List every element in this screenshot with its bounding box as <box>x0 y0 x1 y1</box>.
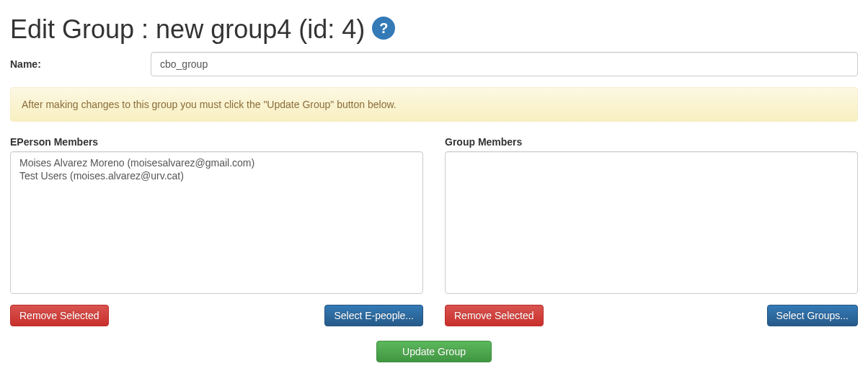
help-icon[interactable]: ? <box>372 17 395 40</box>
eperson-select[interactable]: Moises Alvarez Moreno (moisesalvarez@gma… <box>10 151 423 294</box>
select-groups-button[interactable]: Select Groups... <box>767 305 858 326</box>
eperson-column: EPerson Members Moises Alvarez Moreno (m… <box>10 136 423 326</box>
select-epeople-button[interactable]: Select E-people... <box>324 305 423 326</box>
members-columns: EPerson Members Moises Alvarez Moreno (m… <box>10 136 858 326</box>
group-select[interactable] <box>445 151 858 294</box>
eperson-label: EPerson Members <box>10 136 423 148</box>
list-item[interactable]: Moises Alvarez Moreno (moisesalvarez@gma… <box>19 156 414 169</box>
list-item[interactable]: Test Users (moises.alvarez@urv.cat) <box>19 169 414 182</box>
group-column: Group Members Remove Selected Select Gro… <box>445 136 858 326</box>
group-label: Group Members <box>445 136 858 148</box>
name-row: Name: <box>10 52 858 76</box>
name-label: Name: <box>10 58 151 70</box>
alert-warning: After making changes to this group you m… <box>10 87 858 122</box>
eperson-remove-button[interactable]: Remove Selected <box>10 305 109 326</box>
group-button-row: Remove Selected Select Groups... <box>445 305 858 326</box>
update-row: Update Group <box>10 341 858 362</box>
page-title: Edit Group : new group4 (id: 4) ? <box>10 14 858 45</box>
eperson-button-row: Remove Selected Select E-people... <box>10 305 423 326</box>
update-group-button[interactable]: Update Group <box>376 341 492 362</box>
group-remove-button[interactable]: Remove Selected <box>445 305 544 326</box>
page-title-text: Edit Group : new group4 (id: 4) <box>10 14 365 45</box>
name-input[interactable] <box>151 52 858 76</box>
